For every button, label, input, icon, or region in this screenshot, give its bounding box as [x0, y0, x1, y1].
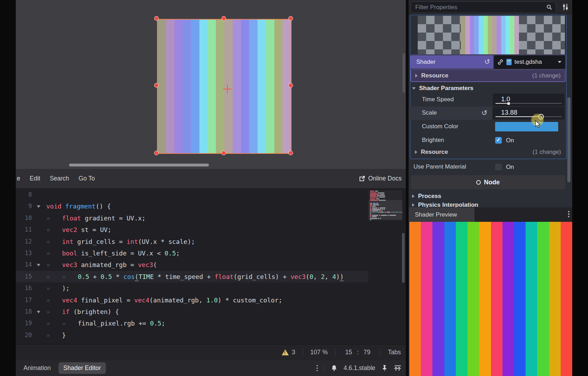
menu-file-partial[interactable]: e: [17, 175, 20, 182]
color-stripe: [491, 222, 502, 376]
more-options-icon[interactable]: [568, 211, 569, 217]
color-stripe: [274, 20, 283, 153]
filter-properties-searchbox[interactable]: [411, 1, 556, 13]
change-count-badge: (1 change): [532, 72, 561, 79]
code-line-12[interactable]: 12»int grid_cells = int(UV.x * scale);: [16, 236, 406, 247]
menu-search[interactable]: Search: [50, 175, 69, 182]
brighten-checkbox[interactable]: [495, 137, 502, 144]
chevron-down-icon[interactable]: [558, 61, 561, 63]
line-number: 14: [16, 259, 32, 271]
screen-right-letterbox: [572, 0, 588, 376]
color-stripe: [258, 20, 266, 153]
code-lines: 89void fragment() {10»float gradient = U…: [16, 189, 406, 341]
code-line-9[interactable]: 9void fragment() {: [16, 200, 406, 212]
code-line-17[interactable]: 17»vec4 final_pixel = vec4(animated_rgb,…: [16, 294, 406, 306]
chevron-down-icon: [412, 87, 416, 90]
scale-slider[interactable]: 13.88: [493, 107, 565, 119]
fold-arrow-icon[interactable]: [37, 205, 40, 208]
property-row-use-parent-material: Use Parent Material On: [409, 160, 567, 173]
panel-divider[interactable]: [406, 0, 409, 376]
line-number: 16: [16, 282, 32, 294]
line-number: 8: [16, 189, 32, 200]
indent-marker: »: [46, 247, 62, 259]
zoom-level[interactable]: 107 %: [310, 349, 328, 356]
color-stripe: [502, 222, 514, 376]
shader-preview-render: [409, 222, 572, 376]
node-circle-icon: [476, 180, 481, 185]
line-number: 19: [16, 317, 32, 329]
color-stripe: [421, 222, 432, 376]
2d-viewport[interactable]: [16, 0, 406, 169]
code-vertical-scrollbar[interactable]: [402, 233, 405, 283]
menu-goto[interactable]: Go To: [78, 175, 95, 182]
property-row-brighten: Brighten On: [409, 134, 567, 147]
line-number: 10: [16, 212, 32, 224]
expand-panel-icon[interactable]: [394, 365, 402, 371]
code-line-10[interactable]: 10»float gradient = UV.x;: [16, 212, 406, 224]
revert-icon[interactable]: ↺: [484, 57, 490, 66]
time-speed-slider[interactable]: 1.0: [493, 94, 565, 106]
search-icon: [546, 4, 552, 10]
slider-thumb[interactable]: [507, 102, 510, 105]
property-row-time-speed: Time Speed 1.0: [409, 93, 567, 107]
section-physics-interpolation[interactable]: Physics Interpolation: [412, 202, 478, 207]
fold-arrow-icon[interactable]: [37, 264, 40, 266]
link-icon: [497, 59, 504, 65]
code-line-13[interactable]: 13»bool is_left_side = UV.x < 0.5;: [16, 247, 406, 259]
shader-preview-tab[interactable]: Shader Preview: [409, 207, 474, 222]
version-label[interactable]: 4.6.1.stable: [344, 364, 375, 372]
tab-shader-editor[interactable]: Shader Editor: [59, 362, 106, 374]
color-stripe: [514, 222, 526, 376]
code-line-16[interactable]: 16»);: [16, 282, 406, 294]
section-process[interactable]: Process: [412, 193, 441, 200]
line-number: 15: [16, 271, 32, 282]
revert-icon[interactable]: ↺: [481, 109, 487, 117]
line-column-indicator[interactable]: 15:79: [343, 349, 373, 356]
use-parent-material-checkbox[interactable]: [495, 164, 502, 170]
code-line-18[interactable]: 18»if (brighten) {: [16, 306, 406, 317]
menu-edit[interactable]: Edit: [30, 175, 40, 182]
resource-section-bottom[interactable]: Resource (1 change): [411, 146, 565, 158]
pin-icon[interactable]: [382, 365, 388, 371]
viewport-vertical-scrollbar[interactable]: [403, 53, 405, 93]
node-section-header[interactable]: Node: [411, 175, 565, 189]
line-number: 9: [16, 200, 32, 212]
tab-animation[interactable]: Animation: [19, 362, 56, 374]
code-line-8[interactable]: 8: [16, 189, 406, 200]
color-stripe: [537, 222, 549, 376]
inspector-scrollbar[interactable]: [567, 97, 570, 182]
resource-section-top[interactable]: Resource (1 change): [411, 69, 565, 82]
inspector-tools-icon[interactable]: [562, 3, 569, 13]
code-line-19[interactable]: 19»»final_pixel.rgb += 0.5;: [16, 317, 406, 329]
notifications-bell-icon[interactable]: [331, 365, 337, 371]
shader-parameters-header[interactable]: Shader Parameters: [412, 85, 473, 92]
color-stripe: [241, 20, 249, 153]
code-line-11[interactable]: 11»vec2 st = UV;: [16, 224, 406, 235]
custom-color-swatch[interactable]: [495, 122, 558, 131]
shader-resource-picker[interactable]: test.gdsha: [494, 55, 565, 69]
warnings-indicator[interactable]: 3: [282, 349, 295, 356]
selected-sprite[interactable]: [157, 19, 292, 154]
code-line-20[interactable]: 20»}: [16, 329, 406, 341]
code-minimap[interactable]: [369, 190, 402, 220]
viewport-horizontal-scrollbar[interactable]: [69, 164, 209, 166]
filter-properties-input[interactable]: [411, 4, 546, 11]
chevron-right-icon: [415, 150, 417, 154]
code-line-15[interactable]: 15»»0.5 + 0.5 * cos(TIME * time_speed + …: [16, 271, 368, 282]
more-options-icon[interactable]: [316, 365, 318, 371]
color-stripe: [409, 222, 421, 376]
color-stripe: [432, 222, 444, 376]
code-line-14[interactable]: 14»vec3 animated_rgb = vec3(: [16, 259, 406, 271]
indent-mode[interactable]: Tabs: [388, 349, 401, 356]
shader-code-editor[interactable]: 89void fragment() {10»float gradient = U…: [16, 188, 406, 344]
indent-marker: »: [46, 282, 62, 294]
online-docs-button[interactable]: Online Docs: [359, 175, 402, 182]
shader-file-icon: [506, 59, 512, 65]
indent-marker: »: [46, 224, 62, 235]
indent-marker: »: [62, 271, 78, 282]
color-stripe: [467, 222, 479, 376]
indent-marker: »: [46, 271, 62, 282]
color-stripe: [216, 20, 224, 153]
indent-marker: »: [46, 212, 62, 224]
fold-arrow-icon[interactable]: [37, 311, 40, 313]
